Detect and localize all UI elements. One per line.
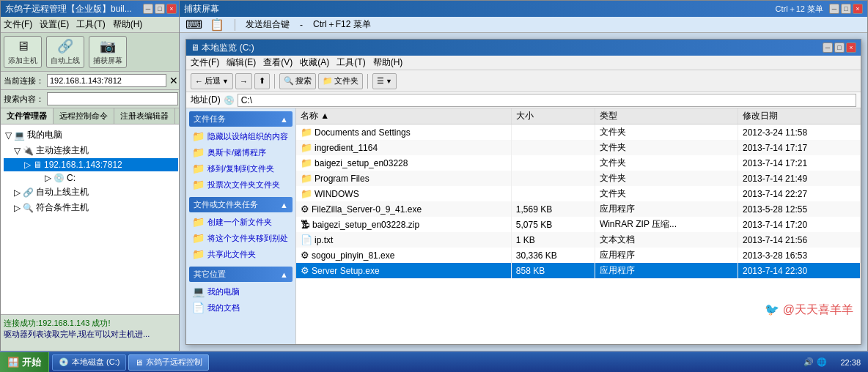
folders-button[interactable]: 📁 文件夹 <box>318 73 363 89</box>
table-row[interactable]: ⚙sogou_pinyin_81.exe 30,336 KB 应用程序 2013… <box>296 248 861 263</box>
right-maximize-button[interactable]: □ <box>841 4 851 14</box>
task-share[interactable]: 📁 共享此文件夹 <box>189 246 293 262</box>
task-hide-icon: 📁 <box>192 130 205 142</box>
task-move-label: 移到/复制到文件夹 <box>207 163 274 174</box>
menu-settings[interactable]: 设置(E) <box>40 18 69 31</box>
table-row[interactable]: ⚙FileZilla_Server-0_9_41.exe 1,569 KB 应用… <box>296 201 861 217</box>
add-host-icon: 🖥 <box>16 39 29 54</box>
right-shortcut: Ctrl＋12 菜单 <box>776 4 823 15</box>
task-vote[interactable]: 📁 投票次文件夹文件夹 <box>189 176 293 193</box>
back-button[interactable]: ← 后退 ▼ <box>191 73 233 89</box>
taskbar-disk-label: 本地磁盘 (C:) <box>72 357 119 368</box>
task-computer-icon: 💻 <box>192 286 205 297</box>
tree-condition-hosts[interactable]: ▷ 🔍 符合条件主机 <box>4 200 178 215</box>
task-my-computer[interactable]: 💻 我的电脑 <box>189 283 293 300</box>
view-dropdown-icon[interactable]: ▼ <box>386 78 392 85</box>
right-close-button[interactable]: × <box>853 4 863 14</box>
col-size[interactable]: 大小 <box>511 108 595 124</box>
col-modified[interactable]: 修改日期 <box>738 108 861 124</box>
fb-menu-favorites[interactable]: 收藏(A) <box>300 56 329 69</box>
fb-maximize-button[interactable]: □ <box>834 42 845 53</box>
taskbar-local-disk[interactable]: 💿 本地磁盘 (C:) <box>52 354 126 371</box>
tree-label: 主动连接主机 <box>36 144 89 157</box>
tab-remote-control[interactable]: 远程控制命令 <box>54 108 114 124</box>
task-section-toggle3[interactable]: ▲ <box>280 270 288 279</box>
col-type[interactable]: 类型 <box>595 108 738 124</box>
connection-input[interactable] <box>47 74 166 87</box>
table-row[interactable]: 📁WINDOWS 文件夹 2013-7-14 22:27 <box>296 186 861 201</box>
taskbar-remote-control[interactable]: 🖥 东鸽子远程控制 <box>128 354 209 371</box>
send-combo-label[interactable]: 发送组合键 <box>246 18 290 31</box>
tree-drive-c[interactable]: ▷ 💿 C: <box>4 171 178 185</box>
start-button[interactable]: 🪟 开始 <box>0 352 49 372</box>
tray-icon-2: 🌐 <box>817 357 827 367</box>
task-move-folder[interactable]: 📁 将这个文件夹移到别处 <box>189 230 293 246</box>
fb-close-button[interactable]: × <box>846 42 856 53</box>
forward-button[interactable]: → <box>235 73 252 89</box>
fb-menu-file[interactable]: 文件(F) <box>191 56 219 69</box>
tree-my-computer[interactable]: ▽ 💻 我的电脑 <box>4 127 178 143</box>
task-hide-org[interactable]: 📁 隐藏以设纳组织的内容 <box>189 128 293 144</box>
task-oskar[interactable]: 📁 奥斯卡/赌博程序 <box>189 144 293 160</box>
addr-icon: 💿 <box>224 95 235 105</box>
table-row[interactable]: 🗜baigezi_setup_en03228.zip 5,075 KB WinR… <box>296 217 861 232</box>
menu-tools[interactable]: 工具(T) <box>76 18 105 31</box>
table-row[interactable]: 📁Program Files 文件夹 2013-7-14 21:49 <box>296 171 861 186</box>
task-section-folder-tasks[interactable]: 文件或文件夹任务 ▲ <box>189 197 293 212</box>
table-row[interactable]: 📁ingredient_1164 文件夹 2013-7-14 17:17 <box>296 140 861 155</box>
fb-menu-edit[interactable]: 编辑(E) <box>227 56 256 69</box>
task-docs-icon: 📄 <box>192 302 205 313</box>
tab-file-manager[interactable]: 文件管理器 <box>1 108 54 124</box>
menu-file[interactable]: 文件(F) <box>4 18 32 31</box>
capture-screen-label: 捕获屏幕 <box>93 56 122 66</box>
file-modified-cell: 2013-3-28 16:53 <box>738 248 861 263</box>
task-section-toggle[interactable]: ▲ <box>280 115 288 124</box>
tree-active-hosts[interactable]: ▽ 🔌 主动连接主机 <box>4 143 178 158</box>
fb-title-text: 🖥 本地监览 (C:) <box>191 42 254 54</box>
host-icon: 🖥 <box>33 160 42 170</box>
capture-icon-2[interactable]: 📋 <box>210 18 224 31</box>
table-row[interactable]: 📁Documents and Settings 文件夹 2012-3-24 11… <box>296 124 861 141</box>
up-button[interactable]: ⬆ <box>254 73 270 89</box>
task-computer-label: 我的电脑 <box>207 286 240 297</box>
computer-icon: 💻 <box>14 130 25 141</box>
search-input[interactable] <box>47 92 178 105</box>
add-host-button[interactable]: 🖥 添加主机 <box>4 36 42 68</box>
menu-help[interactable]: 帮助(H) <box>113 18 143 31</box>
col-name[interactable]: 名称 ▲ <box>296 108 511 124</box>
maximize-button[interactable]: □ <box>155 4 165 14</box>
disconnect-icon[interactable]: ✕ <box>169 75 178 86</box>
table-row[interactable]: 📁baigezi_setup_en03228 文件夹 2013-7-14 17:… <box>296 155 861 171</box>
view-icon: ☰ <box>377 76 384 86</box>
task-my-docs[interactable]: 📄 我的文档 <box>189 300 293 316</box>
task-section-other[interactable]: 其它位置 ▲ <box>189 267 293 282</box>
search-button[interactable]: 🔍 搜索 <box>279 73 316 89</box>
fb-menu-view[interactable]: 查看(V) <box>263 56 293 69</box>
task-section-files[interactable]: 文件任务 ▲ <box>189 111 293 127</box>
table-row[interactable]: 📄ip.txt 1 KB 文本文档 2013-7-14 21:56 <box>296 232 861 248</box>
tree-host-192[interactable]: ▷ 🖥 192.168.1.143:7812 <box>4 158 178 171</box>
tree-auto-online[interactable]: ▷ 🔗 自动上线主机 <box>4 185 178 200</box>
task-create-folder[interactable]: 📁 创建一个新文件夹 <box>189 214 293 230</box>
view-button[interactable]: ☰ ▼ <box>372 73 397 89</box>
fb-menu: 文件(F) 编辑(E) 查看(V) 收藏(A) 工具(T) 帮助(H) <box>186 56 861 70</box>
task-move-folder-label: 将这个文件夹移到别处 <box>207 233 288 244</box>
minimize-button[interactable]: ─ <box>143 4 153 14</box>
capture-icon-1[interactable]: ⌨ <box>185 18 202 31</box>
right-minimize-button[interactable]: ─ <box>829 4 839 14</box>
task-section-toggle2[interactable]: ▲ <box>280 201 288 209</box>
tab-registry[interactable]: 注册表编辑器 <box>114 108 175 124</box>
back-dropdown-icon[interactable]: ▼ <box>222 78 229 85</box>
task-move[interactable]: 📁 移到/复制到文件夹 <box>189 160 293 176</box>
fb-minimize-button[interactable]: ─ <box>823 42 833 53</box>
close-button[interactable]: × <box>166 4 177 14</box>
right-title-text: 捕获屏幕 <box>184 3 219 15</box>
fb-menu-tools[interactable]: 工具(T) <box>336 56 365 69</box>
capture-screen-button[interactable]: 📷 捕获屏幕 <box>89 36 127 68</box>
ctrl-f12-label[interactable]: Ctrl＋F12 菜单 <box>313 18 371 31</box>
fb-menu-help[interactable]: 帮助(H) <box>373 56 403 69</box>
addr-input[interactable] <box>238 94 856 107</box>
auto-online-button[interactable]: 🔗 自动上线 <box>46 36 84 68</box>
table-row[interactable]: ⚙Server Setup.exe 858 KB 应用程序 2013-7-14 … <box>296 263 861 278</box>
task-docs-label: 我的文档 <box>207 302 240 313</box>
